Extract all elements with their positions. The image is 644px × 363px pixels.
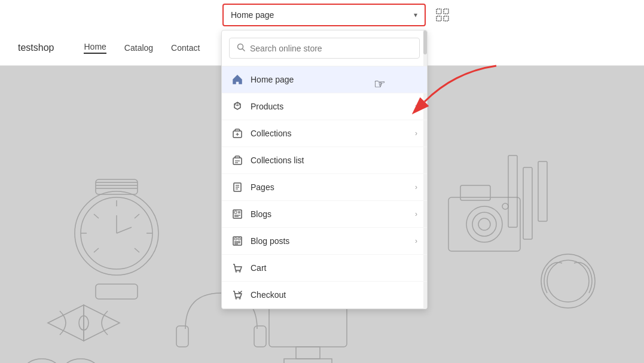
svg-rect-35 <box>284 359 332 363</box>
svg-point-28 <box>541 254 595 308</box>
svg-rect-55 <box>234 211 237 213</box>
svg-rect-62 <box>238 238 240 240</box>
menu-item-left-blogs: Blogs <box>231 208 271 220</box>
cart-icon <box>231 262 243 274</box>
blogs-icon <box>231 208 243 220</box>
menu-label-blogs: Blogs <box>251 209 271 219</box>
menu-item-left-blog-posts: Blog posts <box>231 235 289 247</box>
svg-line-9 <box>135 248 139 252</box>
menu-item-blog-posts[interactable]: Blog posts › <box>222 228 427 255</box>
svg-rect-32 <box>538 161 547 221</box>
nav-catalog[interactable]: Catalog <box>124 43 153 53</box>
menu-item-products[interactable]: Products › <box>222 93 427 120</box>
svg-point-68 <box>236 298 237 299</box>
svg-rect-3 <box>96 284 138 299</box>
collections-chevron-icon: › <box>415 129 417 138</box>
svg-point-18 <box>63 359 99 363</box>
svg-rect-31 <box>523 167 532 239</box>
menu-item-left-checkout: Checkout <box>231 289 286 301</box>
menu-item-left-home: Home page <box>231 74 294 86</box>
products-icon <box>231 100 243 112</box>
svg-point-67 <box>239 271 240 272</box>
blog-posts-chevron-icon: › <box>415 237 417 245</box>
home-icon <box>231 74 243 86</box>
search-container <box>222 30 427 66</box>
svg-point-24 <box>466 206 502 242</box>
nav-home[interactable]: Home <box>84 42 106 54</box>
menu-item-blogs[interactable]: Blogs › <box>222 201 427 228</box>
menu-item-collections-list[interactable]: Collections list <box>222 147 427 174</box>
blog-posts-icon <box>231 235 243 247</box>
svg-rect-23 <box>460 185 490 200</box>
nav-contact[interactable]: Contact <box>171 43 200 53</box>
dropdown-trigger-area: Home page ▾ <box>221 0 454 30</box>
menu-item-left-cart: Cart <box>231 262 266 274</box>
menu-item-home-page[interactable]: Home page <box>222 66 427 93</box>
dropdown-arrow-icon: ▾ <box>414 11 417 19</box>
page-selector-text: Home page <box>231 10 274 20</box>
menu-label-pages: Pages <box>251 182 274 192</box>
search-input[interactable] <box>250 44 412 53</box>
menu-item-checkout[interactable]: Checkout <box>222 282 427 309</box>
blogs-chevron-icon: › <box>415 210 417 218</box>
svg-rect-61 <box>234 238 237 240</box>
pages-chevron-icon: › <box>415 183 417 191</box>
menu-item-cart[interactable]: Cart <box>222 255 427 282</box>
search-icon <box>237 43 245 53</box>
svg-line-10 <box>94 214 99 218</box>
menu-label-home-page: Home page <box>251 75 294 84</box>
svg-line-12 <box>94 248 99 252</box>
svg-line-7 <box>135 214 139 218</box>
menu-label-cart: Cart <box>251 263 266 273</box>
svg-rect-39 <box>444 9 448 14</box>
collections-icon <box>231 127 243 139</box>
collections-list-icon <box>231 154 243 166</box>
menu-label-products: Products <box>251 102 283 111</box>
menu-label-collections-list: Collections list <box>251 155 304 165</box>
svg-rect-34 <box>296 347 320 359</box>
svg-point-25 <box>472 212 496 236</box>
checkout-icon <box>231 289 243 301</box>
svg-point-27 <box>502 203 508 209</box>
svg-rect-37 <box>254 326 266 347</box>
svg-rect-22 <box>448 197 520 251</box>
dropdown-menu: Home page Products › <box>221 30 428 309</box>
svg-point-66 <box>236 271 237 272</box>
menu-item-pages[interactable]: Pages › <box>222 174 427 201</box>
store-logo: testshop <box>18 42 54 53</box>
menu-item-left-collections: Collections <box>231 127 291 139</box>
menu-item-left-products: Products <box>231 100 283 112</box>
products-chevron-icon: › <box>415 102 417 111</box>
svg-point-26 <box>478 218 490 230</box>
menu-label-checkout: Checkout <box>251 290 286 300</box>
menu-item-left-pages: Pages <box>231 181 274 193</box>
svg-rect-30 <box>508 155 517 227</box>
svg-rect-41 <box>444 16 448 21</box>
menu-label-blog-posts: Blog posts <box>251 236 289 246</box>
svg-rect-40 <box>437 16 441 21</box>
svg-line-43 <box>243 49 245 51</box>
svg-point-69 <box>239 298 240 299</box>
menu-item-left-collections-list: Collections list <box>231 154 304 166</box>
svg-rect-36 <box>176 326 188 347</box>
menu-item-collections[interactable]: Collections › <box>222 120 427 147</box>
svg-rect-2 <box>96 179 138 194</box>
svg-rect-38 <box>437 9 441 14</box>
search-box[interactable] <box>229 38 420 59</box>
menu-label-collections: Collections <box>251 129 291 138</box>
pages-icon <box>231 181 243 193</box>
page-selector-dropdown[interactable]: Home page ▾ <box>222 4 426 26</box>
svg-point-29 <box>547 260 589 302</box>
grid-icon-button[interactable] <box>432 4 453 26</box>
svg-point-17 <box>24 359 60 363</box>
scrollbar-thumb[interactable] <box>423 30 427 54</box>
svg-line-5 <box>117 227 132 233</box>
